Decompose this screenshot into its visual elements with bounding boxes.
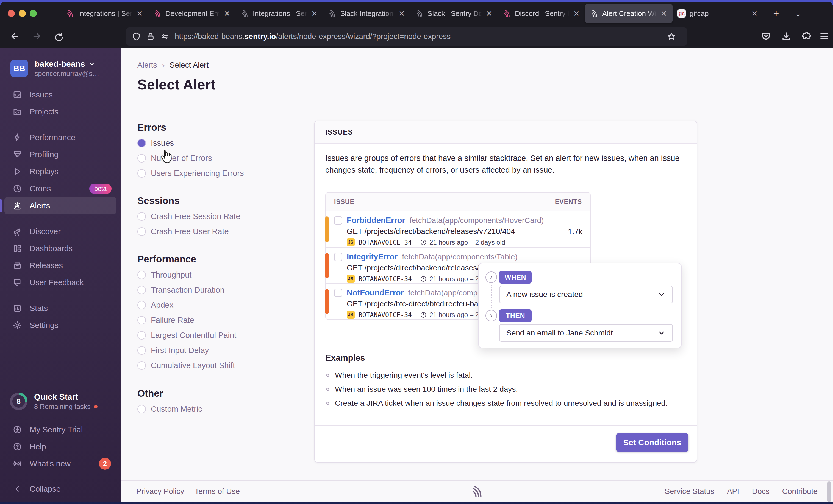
back-button[interactable] xyxy=(7,28,23,45)
tab-development-environment[interactable]: Development Enviro ✕ xyxy=(148,4,236,23)
sidebar-item-profiling[interactable]: Profiling xyxy=(4,146,117,163)
sidebar-item-whats-new[interactable]: What's new 2 xyxy=(4,455,117,472)
tab-close-icon[interactable]: ✕ xyxy=(311,9,318,18)
sidebar-item-performance[interactable]: Performance xyxy=(4,129,117,146)
docs-link[interactable]: Docs xyxy=(752,487,769,496)
sidebar-item-replays[interactable]: Replays xyxy=(4,163,117,180)
radio-option-crash-free-user-rate[interactable]: Crash Free User Rate xyxy=(137,224,302,239)
issue-title-link[interactable]: NotFoundError xyxy=(347,288,404,297)
sidebar-item-discover[interactable]: Discover xyxy=(4,223,117,240)
reload-button[interactable] xyxy=(50,28,67,45)
site-permissions-icon[interactable] xyxy=(161,32,169,41)
tab-close-icon[interactable]: ✕ xyxy=(398,9,405,18)
sidebar-item-issues[interactable]: Issues xyxy=(4,86,117,103)
issue-request: GET /projects/direct/backend/releases/v7… xyxy=(347,227,582,236)
tab-close-icon[interactable]: ✕ xyxy=(660,9,668,18)
radio[interactable] xyxy=(137,227,146,236)
downloads-icon[interactable] xyxy=(778,28,794,45)
radio[interactable] xyxy=(137,169,146,178)
radio-option-failure-rate[interactable]: Failure Rate xyxy=(137,313,302,328)
issue-title-link[interactable]: IntegrityError xyxy=(347,252,398,261)
radio-option-users-experiencing-errors[interactable]: Users Experiencing Errors xyxy=(137,166,302,181)
radio[interactable] xyxy=(137,331,146,339)
tab-close-icon[interactable]: ✕ xyxy=(573,9,580,18)
url-bar[interactable]: https://baked-beans.sentry.io/alerts/nod… xyxy=(126,27,687,46)
privacy-policy-link[interactable]: Privacy Policy xyxy=(136,487,184,496)
row-checkbox[interactable] xyxy=(334,216,342,225)
radio-option-cumulative-layout-shift[interactable]: Cumulative Layout Shift xyxy=(137,358,302,373)
when-condition-select[interactable]: A new issue is created xyxy=(499,286,673,303)
forward-button[interactable] xyxy=(29,28,45,45)
sidebar-item-projects[interactable]: Projects xyxy=(4,103,117,120)
tab-slack-integration[interactable]: Slack Integration | S ✕ xyxy=(323,4,410,23)
row-checkbox[interactable] xyxy=(334,289,342,297)
org-switcher[interactable]: BB baked-beans spencer.murray@s… xyxy=(0,59,121,77)
tab-close-icon[interactable]: ✕ xyxy=(751,9,758,18)
sidebar-item-help[interactable]: Help xyxy=(4,438,117,455)
tab-alert-creation-wizard[interactable]: Alert Creation Wiza ✕ xyxy=(585,4,672,23)
radio-option-issues[interactable]: Issues xyxy=(137,135,302,151)
row-checkbox[interactable] xyxy=(334,253,342,261)
radio-option-first-input-delay[interactable]: First Input Delay xyxy=(137,343,302,358)
radio-option-largest-contentful-paint[interactable]: Largest Contentful Paint xyxy=(137,328,302,343)
tab-title: Integrations | Sentry xyxy=(253,9,307,18)
radio-option-custom-metric[interactable]: Custom Metric xyxy=(137,402,302,417)
radio[interactable] xyxy=(137,286,146,294)
bookmark-star-icon[interactable] xyxy=(667,32,676,41)
quick-start-title: Quick Start xyxy=(34,392,97,402)
sidebar-item-my-sentry-trial[interactable]: My Sentry Trial xyxy=(4,421,117,438)
lock-icon[interactable] xyxy=(146,32,155,41)
radio[interactable] xyxy=(137,212,146,221)
service-status-link[interactable]: Service Status xyxy=(665,487,714,496)
releases-archive-icon xyxy=(13,261,22,270)
sidebar-item-settings[interactable]: Settings xyxy=(4,317,117,334)
tab-close-icon[interactable]: ✕ xyxy=(136,9,143,18)
main-content: Alerts › Select Alert Select Alert Error… xyxy=(121,48,833,502)
radio-option-apdex[interactable]: Apdex xyxy=(137,298,302,313)
api-link[interactable]: API xyxy=(727,487,739,496)
sidebar-item-dashboards[interactable]: Dashboards xyxy=(4,240,117,257)
then-action-select[interactable]: Send an email to Jane Schmidt xyxy=(499,324,673,342)
tab-slack-docs[interactable]: Slack | Sentry Docu ✕ xyxy=(410,4,498,23)
sidebar-item-releases[interactable]: Releases xyxy=(4,257,117,274)
sidebar-item-alerts[interactable]: Alerts xyxy=(4,197,117,214)
tab-integrations-2[interactable]: Integrations | Sentry ✕ xyxy=(236,4,323,23)
breadcrumb-alerts-link[interactable]: Alerts xyxy=(137,61,157,70)
radio[interactable] xyxy=(137,316,146,325)
sidebar-item-user-feedback[interactable]: User Feedback xyxy=(4,274,117,291)
contribute-link[interactable]: Contribute xyxy=(782,487,817,496)
radio[interactable] xyxy=(137,346,146,355)
radio-option-throughput[interactable]: Throughput xyxy=(137,268,302,282)
sidebar-item-stats[interactable]: Stats xyxy=(4,300,117,317)
radio-selected[interactable] xyxy=(137,139,146,147)
tab-close-icon[interactable]: ✕ xyxy=(223,9,231,18)
radio[interactable] xyxy=(137,405,146,413)
sidebar-collapse-button[interactable]: Collapse xyxy=(4,480,117,497)
radio-option-crash-free-session-rate[interactable]: Crash Free Session Rate xyxy=(137,209,302,224)
tab-discord-docs[interactable]: Discord | Sentry Do ✕ xyxy=(498,4,585,23)
extensions-puzzle-icon[interactable] xyxy=(799,28,815,45)
tab-list-button[interactable]: ⌄ xyxy=(791,7,805,20)
issue-title-link[interactable]: ForbiddenError xyxy=(347,216,405,225)
scrollbar-thumb[interactable] xyxy=(827,481,831,502)
tracking-protection-shield-icon[interactable] xyxy=(132,32,141,41)
zoom-window-button[interactable] xyxy=(30,10,37,17)
set-conditions-button[interactable]: Set Conditions xyxy=(616,433,689,452)
tab-close-icon[interactable]: ✕ xyxy=(485,9,493,18)
radio[interactable] xyxy=(137,271,146,279)
close-window-button[interactable] xyxy=(8,10,15,17)
radio[interactable] xyxy=(137,154,146,162)
radio[interactable] xyxy=(137,301,146,309)
quick-start-widget[interactable]: 8 Quick Start 8 Remaining tasks xyxy=(0,390,121,412)
radio[interactable] xyxy=(137,361,146,370)
radio-option-transaction-duration[interactable]: Transaction Duration xyxy=(137,282,302,298)
tab-gifcap[interactable]: gc gifcap ✕ xyxy=(672,4,763,23)
option-group-performance: Performance Throughput Transaction Durat… xyxy=(137,254,302,373)
terms-of-use-link[interactable]: Terms of Use xyxy=(194,487,240,496)
minimize-window-button[interactable] xyxy=(19,10,26,17)
sidebar-item-crons[interactable]: Crons beta xyxy=(4,180,117,197)
tab-integrations-1[interactable]: Integrations | Sentry ✕ xyxy=(61,4,148,23)
new-tab-button[interactable]: + xyxy=(769,7,783,20)
menu-hamburger-icon[interactable] xyxy=(816,28,832,45)
pocket-icon[interactable] xyxy=(758,28,774,45)
